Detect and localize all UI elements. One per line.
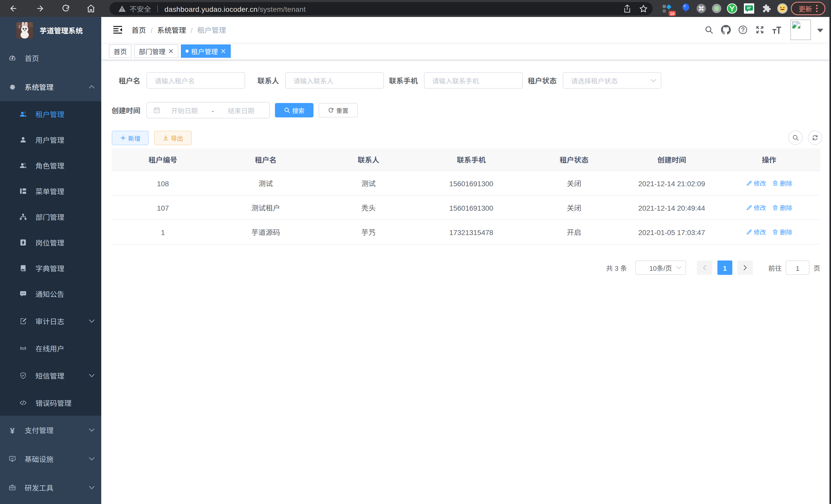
col-header-tenant-status[interactable]: 租户状态: [523, 148, 625, 171]
tag-close-icon[interactable]: [168, 48, 174, 54]
reload-icon: [61, 4, 70, 13]
delete-row-button[interactable]: 删除: [772, 227, 792, 236]
contact-mobile-input[interactable]: 请输入联系手机: [424, 72, 523, 89]
post-badge-icon: [20, 239, 27, 246]
extension-gray-circle-icon[interactable]: [711, 3, 722, 14]
col-header-contact-mobile[interactable]: 联系手机: [420, 148, 523, 171]
table-row[interactable]: 107 测试租户 秃头 15601691300 关闭 2021-12-14 20…: [112, 196, 820, 220]
tenant-name-input[interactable]: 请输入租户名: [146, 72, 245, 89]
prev-page-button[interactable]: [697, 261, 712, 275]
edit-row-button[interactable]: 修改: [746, 203, 766, 212]
page-number-1[interactable]: 1: [717, 261, 732, 275]
calendar-icon: [153, 107, 160, 114]
col-header-contact-name[interactable]: 联系人: [317, 148, 420, 171]
docs-help-button[interactable]: [735, 17, 751, 42]
browser-back-button[interactable]: [5, 0, 22, 17]
edit-row-button[interactable]: 修改: [746, 179, 766, 187]
contact-name-input[interactable]: 请输入联系人: [285, 72, 384, 89]
edit-row-button[interactable]: 修改: [746, 227, 766, 236]
sidebar-item-dept[interactable]: 部门管理: [0, 204, 101, 230]
sidebar-item-menu[interactable]: 菜单管理: [0, 178, 101, 204]
refresh-table-button[interactable]: [808, 130, 822, 145]
cell-tenant-id: 1: [112, 220, 214, 244]
toggle-search-button[interactable]: [789, 130, 803, 145]
table-row[interactable]: 108 测试 测试 15601691300 关闭 2021-12-14 21:0…: [112, 171, 820, 196]
sidebar-item-pay[interactable]: ¥ 支付管理: [0, 416, 101, 444]
edit-label: 修改: [754, 227, 766, 236]
search-button[interactable]: 搜索: [275, 103, 314, 117]
tag-dept[interactable]: 部门管理: [134, 45, 178, 58]
tag-tenant[interactable]: 租户管理: [181, 45, 231, 58]
sidebar-item-user[interactable]: 用户管理: [0, 127, 101, 153]
add-button[interactable]: 新增: [112, 131, 148, 145]
navbar-actions: [700, 17, 823, 42]
extensions-puzzle-icon[interactable]: [761, 3, 772, 14]
extension-yuque-icon[interactable]: [727, 3, 738, 14]
browser-menu-kebab-icon[interactable]: [816, 5, 818, 12]
sidebar-item-online-user[interactable]: 在线用户: [0, 335, 101, 361]
system-submenu: 租户管理 用户管理 角色管理 菜单管理: [0, 101, 101, 416]
search-button-label: 搜索: [292, 106, 305, 115]
reset-button[interactable]: 重置: [319, 103, 358, 117]
col-header-tenant-name[interactable]: 租户名: [214, 148, 317, 171]
fullscreen-button[interactable]: [751, 17, 768, 42]
sidebar-item-post[interactable]: 岗位管理: [0, 230, 101, 255]
breadcrumb-home[interactable]: 首页: [132, 25, 146, 35]
browser-forward-button[interactable]: [31, 0, 49, 17]
extension-command-icon[interactable]: [696, 3, 707, 14]
chevron-down-icon: [651, 79, 656, 83]
export-button[interactable]: 导出: [154, 131, 192, 145]
browser-reload-button[interactable]: [57, 0, 75, 17]
next-page-button[interactable]: [738, 261, 753, 275]
avatar-caret-down-icon[interactable]: [817, 29, 823, 32]
sidebar-item-devtools[interactable]: 研发工具: [0, 473, 101, 502]
table-row[interactable]: 1 芋道源码 芋艿 17321315478 开启 2021-01-05 17:0…: [112, 220, 820, 244]
sidebar-item-home[interactable]: 首页: [0, 44, 101, 72]
chevron-down-icon: [676, 266, 682, 269]
goto-page-value: 1: [796, 263, 799, 272]
tag-close-icon[interactable]: [221, 48, 226, 54]
goto-page-input[interactable]: 1: [786, 261, 809, 275]
site-security-section[interactable]: 不安全: [118, 4, 151, 14]
sidebar-item-label: 审计日志: [35, 316, 64, 326]
sidebar-item-role[interactable]: 角色管理: [0, 153, 101, 178]
delete-row-button[interactable]: 删除: [772, 203, 792, 212]
extension-chat-icon[interactable]: [744, 3, 754, 14]
col-header-create-time[interactable]: 创建时间: [625, 148, 718, 171]
sidebar-item-system[interactable]: 系统管理: [0, 72, 101, 101]
cell-actions: 修改 删除: [718, 171, 820, 196]
share-icon[interactable]: [623, 5, 631, 13]
tenant-status-select[interactable]: 请选择租户状态: [563, 72, 661, 89]
sidebar-item-error-code[interactable]: 错误码管理: [0, 390, 101, 416]
browser-home-button[interactable]: [82, 0, 100, 17]
browser-update-button[interactable]: 更新: [791, 2, 825, 15]
sidebar-item-infra[interactable]: 基础设施: [0, 444, 101, 473]
shield-check-icon-shape: [20, 372, 27, 379]
tag-label: 部门管理: [139, 47, 166, 56]
col-header-tenant-id[interactable]: 租户编号: [112, 148, 214, 171]
col-header-actions[interactable]: 操作: [718, 148, 820, 171]
font-size-button[interactable]: [768, 17, 785, 42]
page-size-select[interactable]: 10条/页: [635, 261, 686, 275]
extension-balloon-icon[interactable]: [681, 3, 691, 14]
breadcrumb-system[interactable]: 系统管理: [157, 25, 186, 35]
github-link-button[interactable]: [717, 17, 735, 42]
header-search-button[interactable]: [700, 17, 717, 42]
cell-tenant-status: 开启: [523, 220, 625, 244]
sidebar-item-dict[interactable]: 字典管理: [0, 255, 101, 281]
search-icon: [792, 135, 799, 141]
user-avatar[interactable]: [791, 20, 811, 40]
create-time-range-picker[interactable]: 开始日期 - 结束日期: [146, 102, 270, 118]
delete-row-button[interactable]: 删除: [772, 179, 792, 187]
sidebar-collapse-button[interactable]: [109, 24, 126, 35]
sidebar-logo[interactable]: 芋道管理系统: [0, 17, 101, 44]
extension-blue-diamond-icon[interactable]: 10: [662, 3, 673, 14]
sidebar-item-notice[interactable]: 通知公告: [0, 281, 101, 307]
sidebar-item-audit-log[interactable]: 审计日志: [0, 307, 101, 335]
bookmark-star-icon[interactable]: [639, 5, 648, 13]
tag-home[interactable]: 首页: [109, 45, 132, 58]
sidebar-item-sms[interactable]: 短信管理: [0, 361, 101, 390]
url-bar[interactable]: 不安全 dashboard.yudao.iocoder.cn/system/te…: [110, 2, 653, 15]
browser-profile-avatar[interactable]: [777, 3, 788, 14]
sidebar-item-tenant[interactable]: 租户管理: [0, 101, 101, 127]
